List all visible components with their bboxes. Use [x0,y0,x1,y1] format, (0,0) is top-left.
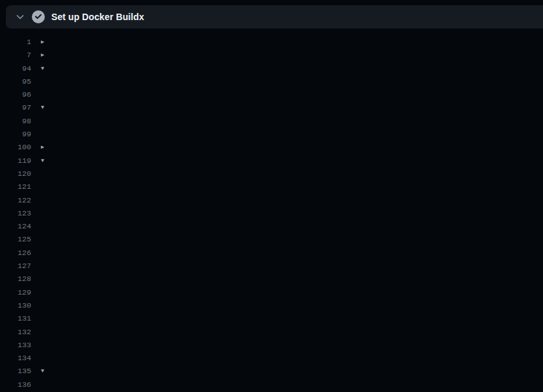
line-number[interactable]: 129 [0,286,31,299]
check-circle-icon [32,10,45,23]
log-line: 99 builder-d9cfb5a1-c764-445a-a57e-0b19d… [0,128,543,141]
log-line: 127 "buildkit": "v0.11.3", [0,260,543,273]
line-number[interactable]: 100 [0,141,31,154]
log-lines: 1 ▶ Run ./ 7 ▶ Docker info 94 ▼ Buildx v… [0,36,543,391]
log-group-line[interactable]: 119 ▼ Inspect builder [0,154,543,167]
line-number[interactable]: 134 [0,352,31,365]
line-number[interactable]: 132 [0,326,31,339]
expand-group-icon[interactable]: ▶ [41,141,50,154]
collapse-group-icon[interactable]: ▼ [41,365,50,378]
log-group-line[interactable]: 1 ▶ Run ./ [0,36,543,49]
expand-group-icon[interactable]: ▶ [41,49,50,62]
line-number[interactable]: 128 [0,273,31,286]
log-line: 95 /usr/bin/docker buildx version [0,75,543,88]
line-number[interactable]: 97 [0,101,31,114]
log-group-line[interactable]: 7 ▶ Docker info [0,49,543,62]
line-number[interactable]: 136 [0,378,31,391]
collapse-group-icon[interactable]: ▼ [41,101,50,114]
log-group-line[interactable]: 135 ▼ BuildKit version [0,365,543,378]
line-number[interactable]: 130 [0,299,31,312]
line-number[interactable]: 127 [0,260,31,273]
log-line: 133 "lastActivity": "2023-02-25T11:58:12… [0,339,543,352]
line-number[interactable]: 126 [0,247,31,260]
log-line: 136 builder-d9cfb5a1-c764-445a-a57e-0b19… [0,378,543,391]
line-number[interactable]: 122 [0,194,31,207]
line-number[interactable]: 95 [0,75,31,88]
line-number[interactable]: 121 [0,180,31,193]
line-number[interactable]: 98 [0,115,31,128]
line-number[interactable]: 123 [0,207,31,220]
log-line: 128 "platforms": "linux/amd64,linux/amd6… [0,273,543,286]
log-line: 130 ], [0,299,543,312]
log-line: 122 { [0,194,543,207]
line-number[interactable]: 124 [0,220,31,233]
line-number[interactable]: 133 [0,339,31,352]
log-group-line[interactable]: 94 ▼ Buildx version [0,62,543,75]
line-number[interactable]: 1 [0,36,31,49]
chevron-down-icon[interactable] [15,12,25,22]
expand-group-icon[interactable]: ▶ [41,36,50,49]
log-line: 125 "status": "running", [0,233,543,246]
collapse-group-icon[interactable]: ▼ [41,154,50,167]
collapse-group-icon[interactable]: ▼ [41,62,50,75]
line-number[interactable]: 94 [0,62,31,75]
line-number[interactable]: 96 [0,88,31,101]
log-line: 134 } [0,352,543,365]
line-number[interactable]: 135 [0,365,31,378]
line-number[interactable]: 131 [0,312,31,325]
line-number[interactable]: 120 [0,167,31,180]
log-line: 121 "nodes": [ [0,180,543,193]
line-number[interactable]: 7 [0,49,31,62]
line-number[interactable]: 99 [0,128,31,141]
log-line: 132 "driver": "docker-container", [0,326,543,339]
log-line: 126 "buildkitd-flags": "--allow-insecure… [0,247,543,260]
log-line: 98 /usr/bin/docker buildx create --name … [0,115,543,128]
step-header[interactable]: Set up Docker Buildx [6,5,543,29]
log-line: 120 { [0,167,543,180]
log-line: 123 "name": "builder-d9cfb5a1-c764-445a-… [0,207,543,220]
log-line: 124 "endpoint": "unix:///var/run/docker.… [0,220,543,233]
log-group-line[interactable]: 97 ▼ Creating a new builder instance [0,101,543,114]
log-line: 131 "name": "builder-d9cfb5a1-c764-445a-… [0,312,543,325]
log-group-line[interactable]: 100 ▶ Booting builder [0,141,543,154]
log-line: 129 } [0,286,543,299]
log-line: 96 github.com/docker/buildx 0.10.3+azure… [0,88,543,101]
step-title: Set up Docker Buildx [51,12,144,22]
line-number[interactable]: 125 [0,233,31,246]
line-number[interactable]: 119 [0,154,31,167]
